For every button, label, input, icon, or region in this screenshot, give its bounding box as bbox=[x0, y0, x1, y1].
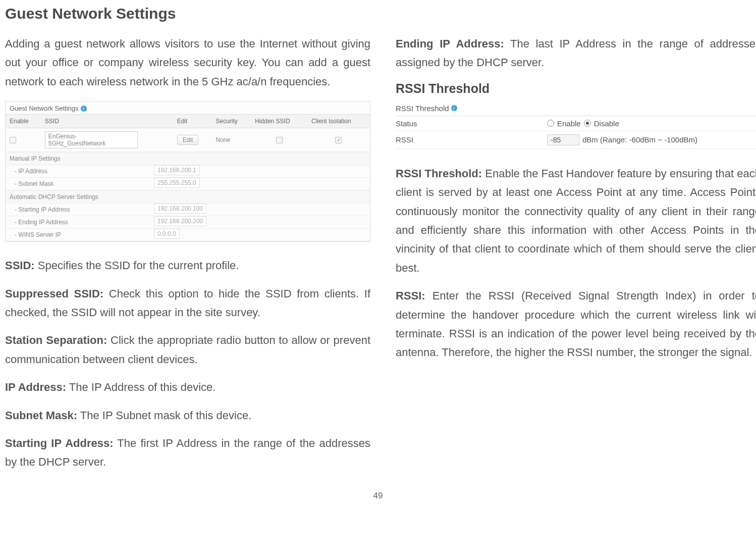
table-row: EnGenius-5GHz_GuestNetwork Edit None bbox=[6, 128, 370, 152]
ending-ip-input[interactable]: 192.168.200.200 bbox=[154, 216, 206, 226]
panel-title-text: Guest Network Settings bbox=[10, 105, 79, 112]
guest-network-settings-heading: Guest Network Settings bbox=[5, 5, 370, 22]
rssi-value-row: RSSI -85 dBm (Range: -60dBm ~ -100dBm) bbox=[396, 131, 756, 149]
wins-server-row: - WINS Server IP 0.0.0.0 bbox=[6, 229, 370, 241]
page-container: Guest Network Settings Adding a guest ne… bbox=[0, 5, 756, 481]
status-label: Status bbox=[396, 119, 547, 128]
subnet-def-label: Subnet Mask: bbox=[5, 409, 77, 422]
ip-address-input[interactable]: 192.168.200.1 bbox=[154, 165, 200, 175]
enable-radio[interactable] bbox=[547, 120, 554, 127]
ssid-input[interactable]: EnGenius-5GHz_GuestNetwork bbox=[45, 131, 138, 148]
hidden-ssid-checkbox[interactable] bbox=[276, 137, 283, 143]
info-icon[interactable]: i bbox=[81, 106, 87, 112]
rssi-status-row: Status Enable Disable bbox=[396, 116, 756, 131]
client-isolation-checkbox[interactable] bbox=[335, 137, 342, 143]
rssi-panel-title: RSSI Threshold i bbox=[396, 102, 756, 116]
subnet-def-text: The IP Subnet mask of this device. bbox=[77, 409, 251, 422]
right-column: Ending IP Address: The last IP Address i… bbox=[396, 5, 756, 481]
rssi-threshold-heading: RSSI Threshold bbox=[396, 81, 756, 96]
rssi-def-label: RSSI: bbox=[396, 289, 425, 302]
security-value: None bbox=[212, 128, 251, 152]
subnet-mask-definition: Subnet Mask: The IP Subnet mask of this … bbox=[5, 406, 370, 425]
starting-ip-input[interactable]: 192.168.200.100 bbox=[154, 204, 206, 214]
station-separation-definition: Station Separation: Click the appropriat… bbox=[5, 331, 370, 369]
disable-label: Disable bbox=[594, 119, 619, 128]
starting-ip-label: - Starting IP Address bbox=[6, 204, 150, 216]
wins-server-label: - WINS Server IP bbox=[6, 229, 150, 241]
starting-ip-definition: Starting IP Address: The first IP Addres… bbox=[5, 434, 370, 472]
page-number: 49 bbox=[0, 491, 756, 501]
subnet-mask-row: - Subnet Mask 255.255.255.0 bbox=[6, 178, 370, 190]
info-icon[interactable]: i bbox=[451, 105, 457, 111]
rssi-threshold-panel: RSSI Threshold i Status Enable Disable R… bbox=[396, 102, 756, 149]
ending-ip-label: - Ending IP Address bbox=[6, 216, 150, 228]
manual-ip-settings-label: Manual IP Settings bbox=[6, 152, 370, 165]
rssi-field-label: RSSI bbox=[396, 135, 547, 144]
suppressed-ssid-definition: Suppressed SSID: Check this option to hi… bbox=[5, 284, 370, 322]
header-edit: Edit bbox=[173, 115, 212, 128]
rssi-input[interactable]: -85 bbox=[547, 134, 579, 145]
rssi-field-value: -85 dBm (Range: -60dBm ~ -100dBm) bbox=[547, 134, 756, 145]
rssi-panel-title-text: RSSI Threshold bbox=[396, 104, 449, 113]
starting-ip-row: - Starting IP Address 192.168.200.100 bbox=[6, 204, 370, 216]
left-column: Guest Network Settings Adding a guest ne… bbox=[5, 5, 370, 481]
header-security: Security bbox=[212, 115, 251, 128]
guest-network-table: Enable SSID Edit Security Hidden SSID Cl… bbox=[6, 114, 370, 152]
ssid-def-text: Specifies the SSID for the current profi… bbox=[35, 259, 239, 272]
rssi-threshold-definition: RSSI Threshold: Enable the Fast Handover… bbox=[396, 164, 756, 277]
ending-ip-row: - Ending IP Address 192.168.200.200 bbox=[6, 216, 370, 229]
rssi-th-def-text: Enable the Fast Handover feature by ensu… bbox=[396, 167, 756, 274]
ip-def-text: The IP Address of this device. bbox=[66, 381, 215, 393]
edit-button[interactable]: Edit bbox=[177, 135, 199, 145]
header-enable: Enable bbox=[6, 115, 41, 128]
guest-network-settings-panel: Guest Network Settings i Enable SSID Edi… bbox=[5, 101, 370, 242]
subnet-mask-label: - Subnet Mask bbox=[6, 178, 150, 190]
panel-title: Guest Network Settings i bbox=[6, 102, 370, 114]
end-ip-def-label: Ending IP Address: bbox=[396, 37, 504, 50]
subnet-mask-input[interactable]: 255.255.255.0 bbox=[154, 178, 200, 188]
intro-paragraph: Adding a guest network allows visitors t… bbox=[5, 34, 370, 91]
disable-radio[interactable] bbox=[584, 120, 591, 127]
ssid-definition: SSID: Specifies the SSID for the current… bbox=[5, 256, 370, 275]
status-value: Enable Disable bbox=[547, 119, 756, 128]
ending-ip-definition: Ending IP Address: The last IP Address i… bbox=[396, 34, 756, 72]
separation-def-label: Station Separation: bbox=[5, 334, 107, 346]
start-ip-def-label: Starting IP Address: bbox=[5, 437, 114, 449]
ssid-def-label: SSID: bbox=[5, 259, 35, 272]
ip-def-label: IP Address: bbox=[5, 381, 66, 393]
enable-label: Enable bbox=[557, 119, 581, 128]
rssi-def-text: Enter the RSSI (Received Signal Strength… bbox=[396, 289, 756, 359]
rssi-definition: RSSI: Enter the RSSI (Received Signal St… bbox=[396, 286, 756, 362]
rssi-hint: dBm (Range: -60dBm ~ -100dBm) bbox=[582, 135, 697, 144]
enable-checkbox[interactable] bbox=[10, 137, 16, 143]
dhcp-settings-label: Automatic DHCP Server Settings bbox=[6, 190, 370, 204]
ip-address-definition: IP Address: The IP Address of this devic… bbox=[5, 378, 370, 396]
suppressed-def-label: Suppressed SSID: bbox=[5, 287, 103, 300]
wins-server-input[interactable]: 0.0.0.0 bbox=[154, 229, 180, 239]
header-ssid: SSID bbox=[41, 115, 173, 128]
table-header-row: Enable SSID Edit Security Hidden SSID Cl… bbox=[6, 115, 370, 128]
header-hidden: Hidden SSID bbox=[251, 115, 307, 128]
ip-address-row: - IP Address 192.168.200.1 bbox=[6, 165, 370, 178]
header-isolation: Client Isolation bbox=[307, 115, 370, 128]
ip-address-label: - IP Address bbox=[6, 165, 150, 177]
rssi-th-def-label: RSSI Threshold: bbox=[396, 167, 482, 180]
